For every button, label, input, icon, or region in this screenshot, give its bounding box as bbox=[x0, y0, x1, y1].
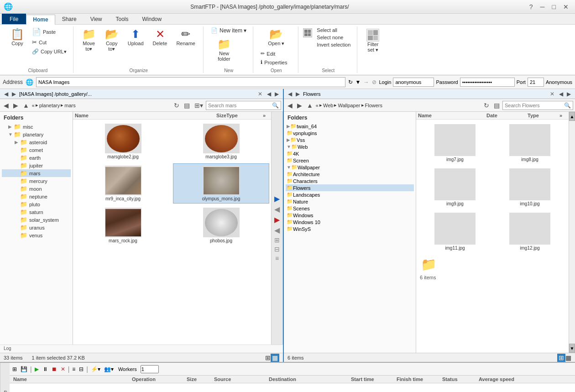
right-scrollbar[interactable]: ▲ ▼ bbox=[569, 112, 575, 353]
rt-web[interactable]: ▼📁Web bbox=[286, 143, 414, 150]
right-view-toggle2[interactable]: ▦ bbox=[565, 354, 571, 361]
right-file-img8[interactable]: img8.jpg bbox=[494, 122, 566, 164]
file-marsglobe3[interactable]: marsglobe3.jpg bbox=[173, 121, 269, 162]
left-search-icon[interactable]: 🔍 bbox=[272, 102, 279, 109]
copy-to-button[interactable]: 📂 Copyto▾ bbox=[101, 26, 123, 54]
rt-vpn[interactable]: 📁vpnplugins bbox=[286, 130, 414, 136]
transfer-left-btn[interactable]: ◀ bbox=[274, 205, 280, 214]
left-back-btn[interactable]: ◀ bbox=[2, 101, 10, 110]
transfer-add-btn[interactable]: ⊞ bbox=[274, 236, 280, 244]
workers-input[interactable] bbox=[141, 365, 159, 373]
select-none-button[interactable]: Select none bbox=[314, 34, 353, 41]
login-input[interactable] bbox=[393, 78, 434, 87]
rt-nature[interactable]: 📁Nature bbox=[286, 198, 414, 205]
tt-cancel-btn[interactable]: ✕ bbox=[60, 365, 66, 373]
tree-item-mercury[interactable]: 📁mercury bbox=[2, 177, 71, 185]
bc-planetary[interactable]: planetary bbox=[39, 103, 60, 108]
bc-right-start[interactable]: « bbox=[316, 103, 319, 108]
right-tab-close[interactable]: ✕ bbox=[549, 91, 556, 97]
right-tab-next[interactable]: ▶ bbox=[565, 90, 572, 98]
address-input[interactable] bbox=[36, 77, 345, 87]
rt-twain[interactable]: ▶📁twain_64 bbox=[286, 123, 414, 130]
port-input[interactable] bbox=[528, 78, 544, 87]
right-back-btn[interactable]: ◀ bbox=[286, 101, 294, 110]
left-nav-forward[interactable]: ▶ bbox=[10, 90, 17, 98]
tree-item-jupiter[interactable]: 📁jupiter bbox=[2, 162, 71, 169]
tree-item-saturn[interactable]: 📁saturn bbox=[2, 208, 71, 216]
left-view-btn[interactable]: ▤ bbox=[182, 101, 192, 110]
bc-right-web[interactable]: Web bbox=[323, 103, 333, 108]
tt-pause-btn[interactable]: ⏸ bbox=[42, 365, 49, 373]
new-folder-button[interactable]: 📁 Newfolder bbox=[208, 37, 240, 64]
copy-button[interactable]: 📋 Copy bbox=[6, 26, 28, 48]
help-btn[interactable]: ? bbox=[527, 2, 536, 11]
open-button[interactable]: 📂 Open ▾ bbox=[258, 26, 294, 49]
file-mars-rock[interactable]: mars_rock.jpg bbox=[75, 205, 171, 246]
file-olympus[interactable]: olympus_mons.jpg bbox=[173, 163, 269, 204]
transfer-right-btn[interactable]: ▶ bbox=[274, 194, 280, 203]
close-btn[interactable]: ✕ bbox=[560, 2, 571, 11]
tree-item-planetary[interactable]: ▼📁planetary bbox=[2, 131, 71, 138]
file-phobos[interactable]: phobos.jpg bbox=[173, 205, 269, 246]
invert-selection-button[interactable]: Invert selection bbox=[314, 41, 353, 48]
tree-item-earth[interactable]: 📁earth bbox=[2, 154, 71, 162]
left-tab-next[interactable]: ▶ bbox=[273, 90, 280, 98]
upload-button[interactable]: ⬆ Upload bbox=[124, 26, 148, 48]
rcol-expand[interactable]: » bbox=[559, 113, 567, 118]
left-tab-prev[interactable]: ◀ bbox=[266, 90, 272, 98]
tt-detail-btn[interactable]: ⊟ bbox=[78, 365, 84, 373]
maximize-btn[interactable]: □ bbox=[549, 2, 559, 11]
right-tab-prev[interactable]: ◀ bbox=[558, 90, 565, 98]
right-search-box[interactable]: 🔍 bbox=[502, 101, 573, 110]
rt-winsys[interactable]: 📁WinSyS bbox=[286, 225, 414, 232]
tt-start-btn[interactable]: ▶ bbox=[34, 365, 40, 373]
rt-vss[interactable]: ▶📁Vss bbox=[286, 136, 414, 143]
left-refresh-btn[interactable]: ↻ bbox=[172, 101, 181, 110]
left-view-toggle[interactable]: ⊞ bbox=[265, 354, 271, 361]
rt-screen[interactable]: 📁Screen bbox=[286, 157, 414, 164]
rt-architecture[interactable]: 📁Architecture bbox=[286, 171, 414, 178]
rt-characters[interactable]: 📁Characters bbox=[286, 178, 414, 184]
tree-item-comet[interactable]: 📁comet bbox=[2, 146, 71, 154]
tab-share[interactable]: Share bbox=[55, 14, 84, 24]
minimize-btn[interactable]: ─ bbox=[538, 2, 548, 11]
bc-item-planetary[interactable]: « bbox=[32, 103, 35, 108]
rt-windows10[interactable]: 📁Windows 10 bbox=[286, 219, 414, 225]
left-nav-back[interactable]: ◀ bbox=[3, 90, 10, 98]
tree-item-venus[interactable]: 📁venus bbox=[2, 231, 71, 239]
right-nav-back[interactable]: ◀ bbox=[287, 90, 293, 98]
left-forward-btn[interactable]: ▶ bbox=[11, 101, 20, 110]
rt-windows[interactable]: 📁Windows bbox=[286, 212, 414, 219]
right-view-toggle[interactable]: ⊞ bbox=[557, 354, 565, 362]
rt-landscapes[interactable]: 📁Landscapes bbox=[286, 191, 414, 198]
address-dropdown-icon[interactable]: ▼ bbox=[355, 79, 361, 85]
rt-4k[interactable]: 📁4K bbox=[286, 150, 414, 157]
tt-queue-btn[interactable]: ≡ bbox=[71, 365, 76, 373]
tab-home[interactable]: Home bbox=[26, 15, 55, 25]
new-item-button[interactable]: 📄New item ▾ bbox=[208, 26, 249, 35]
password-input[interactable] bbox=[460, 78, 515, 87]
rt-flowers[interactable]: 📁Flowers bbox=[286, 184, 414, 191]
tab-file[interactable]: File bbox=[2, 14, 26, 24]
tree-item-neptune[interactable]: 📁neptune bbox=[2, 193, 71, 200]
left-search-box[interactable]: 🔍 bbox=[206, 101, 281, 110]
tree-item-pluto[interactable]: 📁pluto bbox=[2, 200, 71, 208]
tree-item-solar-system[interactable]: 📁solar_system bbox=[2, 216, 71, 224]
tt-speed-btn[interactable]: ⚡▾ bbox=[90, 365, 101, 373]
tree-item-moon[interactable]: 📁moon bbox=[2, 185, 71, 193]
left-view-toggle2[interactable]: ▦ bbox=[271, 354, 279, 362]
bc-right-wallpaper[interactable]: Wallpaper bbox=[338, 103, 360, 108]
cut-button[interactable]: ✂ Cut bbox=[29, 38, 69, 47]
transfer-red-btn[interactable]: ▶ bbox=[274, 215, 280, 224]
move-to-button[interactable]: 📁 Moveto▾ bbox=[78, 26, 100, 54]
tt-new-btn[interactable]: ⊞ bbox=[11, 365, 18, 373]
tree-item-misc[interactable]: ▶📁misc bbox=[2, 123, 71, 131]
transfer-gray-btn[interactable]: ◀ bbox=[274, 226, 280, 235]
file-marsglobe2[interactable]: marsglobe2.jpg bbox=[75, 121, 171, 162]
tab-view[interactable]: View bbox=[84, 14, 109, 24]
right-file-img12[interactable]: img12.jpg bbox=[494, 211, 566, 252]
tab-window[interactable]: Window bbox=[136, 14, 169, 24]
transfer-list-btn[interactable]: ≡ bbox=[275, 255, 279, 262]
right-forward-btn[interactable]: ▶ bbox=[295, 101, 304, 110]
transfer-sub-btn[interactable]: ⊟ bbox=[274, 246, 280, 253]
